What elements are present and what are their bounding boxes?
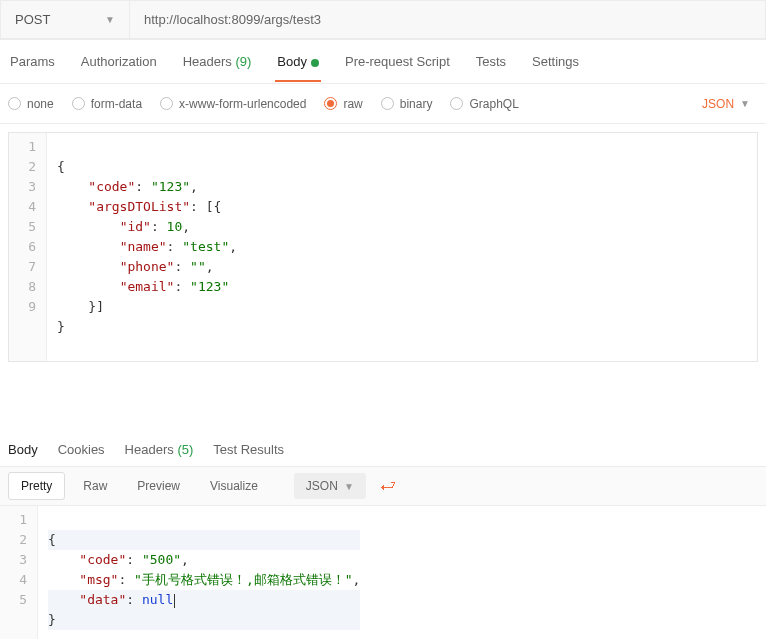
- resp-tab-cookies[interactable]: Cookies: [58, 434, 105, 465]
- tab-settings[interactable]: Settings: [530, 42, 581, 81]
- response-format-select[interactable]: JSON ▼: [294, 473, 366, 499]
- radio-graphql[interactable]: GraphQL: [450, 97, 518, 111]
- editor-gutter: 1 2 3 4 5 6 7 8 9: [9, 133, 47, 361]
- response-tabs: Body Cookies Headers (5) Test Results: [0, 432, 766, 466]
- http-method-select[interactable]: POST ▼: [0, 0, 130, 39]
- radio-raw[interactable]: raw: [324, 97, 362, 111]
- tab-headers[interactable]: Headers (9): [181, 42, 254, 81]
- request-body-editor[interactable]: 1 2 3 4 5 6 7 8 9 { "code": "123", "args…: [8, 132, 758, 362]
- radio-urlencoded[interactable]: x-www-form-urlencoded: [160, 97, 306, 111]
- chevron-down-icon: ▼: [105, 14, 115, 25]
- dot-indicator-icon: [311, 59, 319, 67]
- url-input[interactable]: http://localhost:8099/args/test3: [130, 0, 766, 39]
- tab-body[interactable]: Body: [275, 42, 321, 81]
- view-pretty[interactable]: Pretty: [8, 472, 65, 500]
- tab-prerequest[interactable]: Pre-request Script: [343, 42, 452, 81]
- editor-code[interactable]: { "code": "500", "msg": "手机号格式错误！,邮箱格式错误…: [38, 506, 370, 639]
- resp-tab-headers[interactable]: Headers (5): [125, 434, 194, 465]
- view-preview[interactable]: Preview: [125, 473, 192, 499]
- url-value: http://localhost:8099/args/test3: [144, 12, 321, 27]
- resp-tab-body[interactable]: Body: [8, 434, 38, 465]
- editor-gutter: 1 2 3 4 5: [0, 506, 38, 639]
- body-type-row: none form-data x-www-form-urlencoded raw…: [0, 84, 766, 124]
- view-raw[interactable]: Raw: [71, 473, 119, 499]
- wrap-lines-icon[interactable]: ⮐: [372, 473, 404, 499]
- radio-binary[interactable]: binary: [381, 97, 433, 111]
- request-tabs: Params Authorization Headers (9) Body Pr…: [0, 40, 766, 84]
- tab-tests[interactable]: Tests: [474, 42, 508, 81]
- resp-tab-test-results[interactable]: Test Results: [213, 434, 284, 465]
- response-view-row: Pretty Raw Preview Visualize JSON ▼ ⮐: [0, 466, 766, 506]
- chevron-down-icon: ▼: [344, 481, 354, 492]
- body-format-select[interactable]: JSON ▼: [702, 97, 758, 111]
- response-body-editor[interactable]: 1 2 3 4 5 { "code": "500", "msg": "手机号格式…: [0, 506, 766, 639]
- radio-none[interactable]: none: [8, 97, 54, 111]
- chevron-down-icon: ▼: [740, 98, 750, 109]
- radio-form-data[interactable]: form-data: [72, 97, 142, 111]
- view-visualize[interactable]: Visualize: [198, 473, 270, 499]
- text-cursor-icon: [174, 594, 175, 608]
- tab-params[interactable]: Params: [8, 42, 57, 81]
- tab-authorization[interactable]: Authorization: [79, 42, 159, 81]
- http-method-value: POST: [15, 12, 50, 27]
- editor-code[interactable]: { "code": "123", "argsDTOList": [{ "id":…: [47, 133, 247, 361]
